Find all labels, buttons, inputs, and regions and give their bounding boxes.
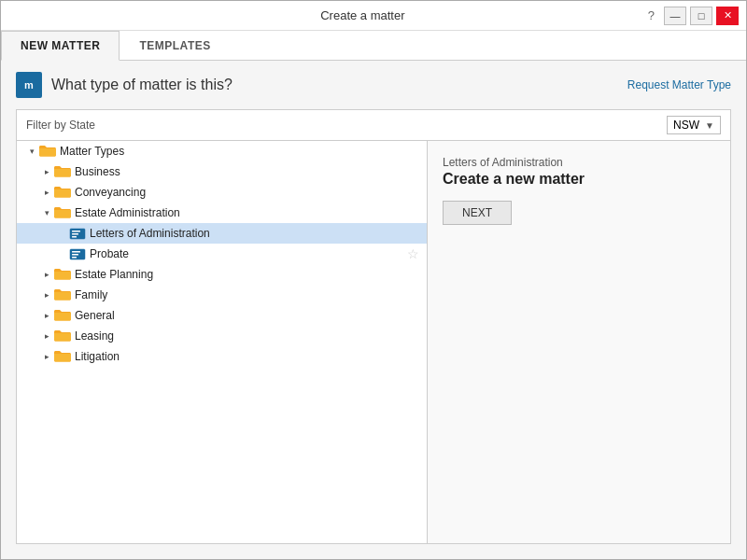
tab-new-matter[interactable]: NEW MATTER	[1, 31, 120, 61]
tree-item-probate[interactable]: ▸ Probate ☆	[17, 244, 427, 264]
maximize-button[interactable]: □	[690, 7, 712, 25]
star-probate-icon[interactable]: ☆	[407, 246, 423, 261]
right-panel-title: Create a new matter	[443, 171, 715, 188]
svg-rect-2	[72, 233, 78, 235]
tree-item-business[interactable]: ▸ Business	[17, 161, 427, 182]
dropdown-arrow-icon: ▼	[705, 120, 714, 131]
tab-templates[interactable]: TEMPLATES	[120, 31, 230, 60]
label-leasing: Leasing	[75, 329, 423, 343]
label-letters-of-administration: Letters of Administration	[90, 227, 423, 240]
svg-rect-5	[72, 251, 80, 253]
next-button[interactable]: NEXT	[443, 201, 512, 225]
folder-icon-litigation	[54, 350, 71, 363]
toggle-estate-administration: ▾	[39, 205, 54, 220]
state-value: NSW	[673, 119, 699, 132]
panels: ▾ Matter Types ▸	[16, 140, 731, 544]
right-panel: Letters of Administration Create a new m…	[428, 141, 730, 543]
label-general: General	[75, 309, 423, 322]
folder-icon-estate-admin	[54, 206, 71, 219]
tree-item-leasing[interactable]: ▸ Leasing	[17, 326, 427, 346]
toggle-conveyancing: ▸	[39, 185, 54, 200]
label-estate-administration: Estate Administration	[75, 206, 423, 219]
label-conveyancing: Conveyancing	[75, 186, 423, 199]
filter-label: Filter by State	[26, 119, 95, 132]
request-matter-type-link[interactable]: Request Matter Type	[627, 78, 731, 91]
close-button[interactable]: ✕	[716, 7, 739, 25]
toggle-business: ▸	[39, 164, 54, 179]
matter-icon-letters	[69, 227, 86, 240]
label-estate-planning: Estate Planning	[75, 268, 423, 281]
tree-item-litigation[interactable]: ▸ Litigation	[17, 346, 427, 367]
tree-item-family[interactable]: ▸ Family	[17, 285, 427, 305]
tree-item-estate-administration[interactable]: ▾ Estate Administration	[17, 203, 427, 223]
window-title: Create a matter	[83, 8, 642, 22]
svg-rect-6	[72, 254, 78, 256]
toggle-general: ▸	[39, 308, 54, 323]
label-litigation: Litigation	[75, 350, 423, 363]
title-bar: Create a matter ? — □ ✕	[1, 1, 746, 31]
svg-rect-3	[72, 236, 77, 238]
minimize-button[interactable]: —	[664, 7, 686, 25]
svg-rect-1	[72, 231, 80, 232]
toggle-estate-planning: ▸	[39, 267, 54, 282]
left-panel: ▾ Matter Types ▸	[17, 141, 428, 543]
window-controls: ? — □ ✕	[642, 7, 739, 25]
tree-item-conveyancing[interactable]: ▸ Conveyancing	[17, 182, 427, 203]
label-matter-types: Matter Types	[60, 145, 423, 158]
tree-item-estate-planning[interactable]: ▸ Estate Planning	[17, 264, 427, 285]
header-left: m What type of matter is this?	[16, 72, 233, 98]
matter-icon-probate	[69, 247, 86, 260]
toggle-matter-types: ▾	[24, 144, 39, 159]
state-dropdown[interactable]: NSW ▼	[667, 116, 721, 134]
folder-icon-estate-planning	[54, 268, 71, 281]
toggle-family: ▸	[39, 287, 54, 302]
toggle-litigation: ▸	[39, 349, 54, 364]
tabs-bar: NEW MATTER TEMPLATES	[1, 31, 746, 61]
tree-item-matter-types[interactable]: ▾ Matter Types	[17, 141, 427, 161]
tree-item-general[interactable]: ▸ General	[17, 305, 427, 326]
folder-icon-matter-types	[39, 145, 56, 158]
header-row: m What type of matter is this? Request M…	[16, 72, 731, 98]
folder-icon-leasing	[54, 329, 71, 343]
header-question: What type of matter is this?	[51, 77, 233, 93]
svg-rect-7	[72, 257, 77, 259]
folder-icon-general	[54, 309, 71, 322]
folder-icon-conveyancing	[54, 186, 71, 199]
folder-icon-business	[54, 165, 71, 178]
matter-icon: m	[16, 72, 42, 98]
filter-row: Filter by State NSW ▼	[16, 109, 731, 140]
label-probate: Probate	[90, 247, 407, 260]
help-button[interactable]: ?	[642, 7, 660, 25]
tree-item-letters-of-administration[interactable]: ▸ Letters of Administration	[17, 223, 427, 244]
folder-icon-family	[54, 288, 71, 301]
label-family: Family	[75, 288, 423, 301]
main-window: Create a matter ? — □ ✕ NEW MATTER TEMPL…	[0, 0, 747, 560]
main-content: m What type of matter is this? Request M…	[1, 61, 746, 559]
label-business: Business	[75, 165, 423, 178]
toggle-leasing: ▸	[39, 329, 54, 343]
right-panel-subtitle: Letters of Administration	[443, 156, 715, 169]
